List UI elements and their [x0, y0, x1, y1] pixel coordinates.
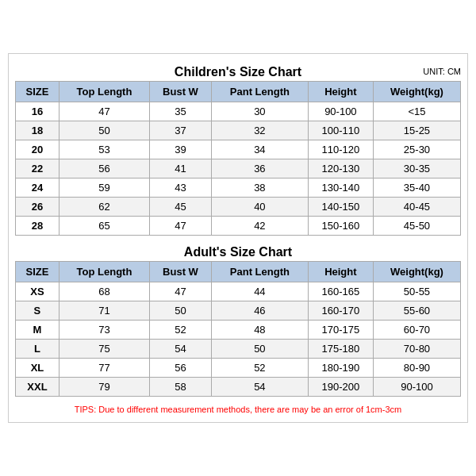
- adult-col-header-weight: Weight(kg): [373, 262, 460, 282]
- table-cell: 68: [59, 282, 149, 301]
- col-header-bust-w: Bust W: [150, 82, 212, 102]
- table-cell: 42: [211, 217, 308, 236]
- table-cell: M: [16, 321, 60, 340]
- table-cell: 73: [59, 321, 149, 340]
- table-cell: L: [16, 340, 60, 359]
- table-cell: XS: [16, 282, 60, 301]
- table-cell: 30-35: [373, 159, 460, 178]
- table-cell: 26: [16, 198, 60, 217]
- adult-col-header-pant-length: Pant Length: [211, 262, 308, 282]
- table-cell: 77: [59, 359, 149, 378]
- table-cell: 75: [59, 340, 149, 359]
- table-cell: 190-200: [308, 378, 373, 397]
- table-row: 26624540140-15040-45: [16, 198, 461, 217]
- adult-title-text: Adult's Size Chart: [184, 245, 292, 259]
- table-cell: 39: [150, 140, 212, 159]
- table-cell: 60-70: [373, 321, 460, 340]
- table-cell: 47: [59, 102, 149, 121]
- table-cell: 30: [211, 102, 308, 121]
- table-cell: S: [16, 301, 60, 321]
- table-cell: 53: [59, 140, 149, 159]
- col-header-weight: Weight(kg): [373, 82, 460, 102]
- table-cell: 36: [211, 159, 308, 178]
- table-row: 22564136120-13030-35: [16, 159, 461, 178]
- table-cell: 44: [211, 282, 308, 301]
- col-header-size: SIZE: [16, 82, 60, 102]
- table-cell: 130-140: [308, 178, 373, 198]
- table-cell: 62: [59, 198, 149, 217]
- table-cell: 56: [150, 359, 212, 378]
- table-row: 28654742150-16045-50: [16, 217, 461, 236]
- table-cell: 50: [150, 301, 212, 321]
- col-header-pant-length: Pant Length: [211, 82, 308, 102]
- table-cell: 79: [59, 378, 149, 397]
- table-cell: 110-120: [308, 140, 373, 159]
- table-cell: 100-110: [308, 121, 373, 140]
- adult-header-row: SIZE Top Length Bust W Pant Length Heigh…: [16, 262, 461, 282]
- table-cell: 20: [16, 140, 60, 159]
- adult-section-title: Adult's Size Chart: [15, 240, 461, 261]
- table-cell: 56: [59, 159, 149, 178]
- table-cell: 90-100: [373, 378, 460, 397]
- children-section-title: Children's Size Chart UNIT: CM: [15, 60, 461, 81]
- table-row: XL775652180-19080-90: [16, 359, 461, 378]
- table-cell: 71: [59, 301, 149, 321]
- table-cell: 16: [16, 102, 60, 121]
- table-cell: 46: [211, 301, 308, 321]
- table-cell: XXL: [16, 378, 60, 397]
- table-row: 20533934110-12025-30: [16, 140, 461, 159]
- children-table: SIZE Top Length Bust W Pant Length Heigh…: [15, 81, 461, 236]
- table-cell: 35: [150, 102, 212, 121]
- table-cell: XL: [16, 359, 60, 378]
- tips-text: TIPS: Due to different measurement metho…: [15, 401, 461, 416]
- table-cell: 80-90: [373, 359, 460, 378]
- table-cell: 47: [150, 217, 212, 236]
- adult-col-header-top-length: Top Length: [59, 262, 149, 282]
- table-cell: 59: [59, 178, 149, 198]
- table-cell: 45-50: [373, 217, 460, 236]
- table-cell: 65: [59, 217, 149, 236]
- table-row: L755450175-18070-80: [16, 340, 461, 359]
- table-cell: 120-130: [308, 159, 373, 178]
- table-cell: 50: [59, 121, 149, 140]
- table-cell: 48: [211, 321, 308, 340]
- table-cell: 58: [150, 378, 212, 397]
- table-cell: 25-30: [373, 140, 460, 159]
- table-cell: <15: [373, 102, 460, 121]
- children-header-row: SIZE Top Length Bust W Pant Length Heigh…: [16, 82, 461, 102]
- col-header-height: Height: [308, 82, 373, 102]
- table-row: 1647353090-100<15: [16, 102, 461, 121]
- table-cell: 180-190: [308, 359, 373, 378]
- table-row: 18503732100-11015-25: [16, 121, 461, 140]
- table-cell: 170-175: [308, 321, 373, 340]
- col-header-top-length: Top Length: [59, 82, 149, 102]
- table-cell: 160-165: [308, 282, 373, 301]
- table-cell: 24: [16, 178, 60, 198]
- table-cell: 37: [150, 121, 212, 140]
- chart-container: Children's Size Chart UNIT: CM SIZE Top …: [8, 53, 468, 423]
- table-cell: 40: [211, 198, 308, 217]
- table-cell: 150-160: [308, 217, 373, 236]
- table-row: 24594338130-14035-40: [16, 178, 461, 198]
- table-cell: 52: [150, 321, 212, 340]
- table-cell: 50: [211, 340, 308, 359]
- table-cell: 90-100: [308, 102, 373, 121]
- table-cell: 35-40: [373, 178, 460, 198]
- table-cell: 54: [211, 378, 308, 397]
- table-cell: 32: [211, 121, 308, 140]
- table-cell: 175-180: [308, 340, 373, 359]
- table-row: M735248170-17560-70: [16, 321, 461, 340]
- table-cell: 54: [150, 340, 212, 359]
- table-cell: 40-45: [373, 198, 460, 217]
- table-cell: 22: [16, 159, 60, 178]
- table-cell: 70-80: [373, 340, 460, 359]
- table-row: XXL795854190-20090-100: [16, 378, 461, 397]
- table-cell: 34: [211, 140, 308, 159]
- adult-table: SIZE Top Length Bust W Pant Length Heigh…: [15, 261, 461, 397]
- adult-col-header-height: Height: [308, 262, 373, 282]
- table-cell: 45: [150, 198, 212, 217]
- table-cell: 43: [150, 178, 212, 198]
- table-cell: 38: [211, 178, 308, 198]
- table-cell: 15-25: [373, 121, 460, 140]
- table-row: S715046160-17055-60: [16, 301, 461, 321]
